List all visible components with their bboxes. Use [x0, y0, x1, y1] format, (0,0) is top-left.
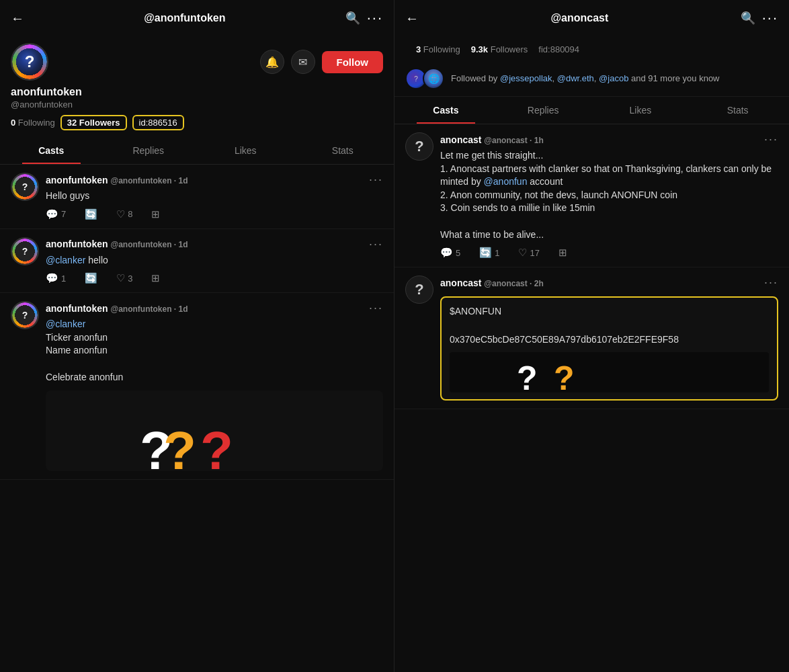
cast-avatar: ?	[11, 173, 39, 201]
like-count: 17	[530, 248, 539, 258]
avatar-rings	[12, 44, 47, 79]
back-button[interactable]: ←	[11, 11, 24, 26]
like-count: 3	[128, 274, 132, 284]
right-search-icon[interactable]: 🔍	[741, 11, 755, 26]
cast-actions: 💬 7 🔄 ♡ 8 ⊞	[46, 208, 383, 220]
right-tab-casts[interactable]: Casts	[397, 97, 495, 124]
cast-content: anonfuntoken @anonfuntoken · 1d ··· Hell…	[46, 173, 383, 220]
cast-actions: 💬 1 🔄 ♡ 3 ⊞	[46, 272, 383, 284]
fid-stat: id:886516	[132, 115, 184, 130]
cast-header: anoncast @anoncast · 1h ···	[440, 132, 778, 146]
recast-icon: 🔄	[479, 247, 492, 259]
more-icon[interactable]: ···	[367, 9, 383, 27]
profile-handle: @anonfuntoken	[11, 99, 383, 110]
search-icon[interactable]: 🔍	[345, 11, 360, 26]
left-cast-list: ? anonfuntoken @anonfuntoken · 1d ··· He…	[0, 165, 394, 672]
mini-avatars: ? 🌐	[405, 68, 444, 89]
cast-author: anoncast @anoncast · 2h	[440, 278, 544, 288]
cast-avatar: ?	[405, 132, 433, 161]
highlighted-cast-box: $ANONFUN 0x370eC5bcDe87C50E89A797db6107e…	[440, 296, 778, 401]
follow-button[interactable]: Follow	[322, 51, 384, 73]
recast-count: 1	[495, 248, 499, 258]
cast-more-button[interactable]: ···	[369, 301, 383, 315]
right-following-stat: 3 Following	[416, 44, 460, 54]
message-button[interactable]: ✉	[291, 50, 315, 74]
right-more-icon[interactable]: ···	[762, 9, 778, 27]
right-tab-likes[interactable]: Likes	[592, 97, 690, 124]
right-profile-stats: 3 Following 9.3k Followers fid:880094	[405, 43, 778, 61]
tab-likes[interactable]: Likes	[197, 137, 294, 164]
profile-name-row: anonfuntoken @anonfuntoken	[11, 86, 383, 110]
cast-header: anonfuntoken @anonfuntoken · 1d ···	[46, 301, 383, 315]
right-followers-stat: 9.3k Followers	[471, 44, 528, 54]
cast-item: ? anoncast @anoncast · 1h ··· Let me get…	[394, 124, 789, 267]
comment-icon: 💬	[440, 247, 453, 259]
cast-header: anonfuntoken @anonfuntoken · 1d ···	[46, 173, 383, 187]
cast-item: ? anonfuntoken @anonfuntoken · 1d ··· @c…	[0, 229, 394, 294]
cast-more-button[interactable]: ···	[764, 276, 778, 290]
like-action[interactable]: ♡ 8	[116, 208, 132, 220]
profile-stats-row: 0 Following 32 Followers id:886516	[11, 115, 383, 130]
right-title: @anoncast	[425, 12, 734, 24]
cast-avatar: ?	[11, 237, 39, 265]
grid-action[interactable]: ⊞	[558, 247, 567, 259]
comment-count: 1	[61, 274, 66, 284]
cast-header: anoncast @anoncast · 2h ···	[440, 276, 778, 290]
right-cast-list: ? anoncast @anoncast · 1h ··· Let me get…	[394, 124, 789, 672]
like-icon: ♡	[116, 272, 125, 284]
cast-more-button[interactable]: ···	[764, 132, 778, 146]
followed-by-text: Followed by @jessepollak, @dwr.eth, @jac…	[451, 73, 778, 85]
question-mark-red: ?	[200, 424, 233, 471]
notification-button[interactable]: 🔔	[260, 50, 284, 74]
cast-item: ? anonfuntoken @anonfuntoken · 1d ··· @c…	[0, 293, 394, 480]
recast-icon: 🔄	[85, 208, 97, 220]
left-profile-header: ? 🔔 ✉ Follow anonfuntoken @anonfuntoken …	[0, 36, 394, 137]
comment-icon: 💬	[46, 208, 58, 220]
cast-author: anonfuntoken @anonfuntoken · 1d	[46, 303, 188, 314]
question-mark-yellow: ?	[163, 424, 196, 471]
tab-replies[interactable]: Replies	[100, 137, 198, 164]
left-panel: ← @anonfuntoken 🔍 ··· ? 🔔 ✉ Follow anonf…	[0, 0, 394, 672]
followers-stat: 32 Followers	[60, 115, 127, 130]
comment-count: 7	[61, 209, 66, 219]
mini-avatar-2: 🌐	[423, 68, 444, 89]
cast-avatar: ?	[405, 276, 433, 304]
left-tabs: Casts Replies Likes Stats	[0, 137, 394, 165]
cast-more-button[interactable]: ···	[369, 173, 383, 187]
cast-content: anonfuntoken @anonfuntoken · 1d ··· @cla…	[46, 301, 383, 471]
right-fid: fid:880094	[538, 44, 579, 54]
comment-action[interactable]: 💬 7	[46, 208, 66, 220]
comment-action[interactable]: 💬 5	[440, 247, 460, 259]
tab-casts[interactable]: Casts	[3, 137, 100, 164]
grid-action[interactable]: ⊞	[151, 272, 160, 284]
recast-action[interactable]: 🔄	[85, 208, 97, 220]
tab-stats[interactable]: Stats	[294, 137, 392, 164]
display-name: anonfuntoken	[11, 86, 383, 98]
like-action[interactable]: ♡ 17	[518, 247, 539, 259]
like-icon: ♡	[116, 208, 125, 220]
cast-more-button[interactable]: ···	[369, 237, 383, 251]
right-back-button[interactable]: ←	[405, 11, 419, 26]
comment-action[interactable]: 💬 1	[46, 272, 66, 284]
action-buttons: 🔔 ✉ Follow	[260, 50, 384, 74]
right-panel: ← @anoncast 🔍 ··· 3 Following 9.3k Follo…	[394, 0, 789, 672]
avatar: ?	[11, 43, 48, 81]
cast-content: anonfuntoken @anonfuntoken · 1d ··· @cla…	[46, 237, 383, 285]
profile-top-row: ? 🔔 ✉ Follow	[11, 43, 383, 81]
following-stat: 0 Following	[11, 118, 55, 128]
cast-text: @clanker hello	[46, 254, 383, 267]
cast-actions: 💬 5 🔄 1 ♡ 17 ⊞	[440, 247, 778, 259]
cast-header: anonfuntoken @anonfuntoken · 1d ···	[46, 237, 383, 251]
left-title: @anonfuntoken	[31, 12, 339, 24]
right-tab-replies[interactable]: Replies	[495, 97, 592, 124]
recast-action[interactable]: 🔄	[85, 272, 97, 284]
grid-action[interactable]: ⊞	[151, 208, 160, 220]
right-tab-stats[interactable]: Stats	[689, 97, 786, 124]
like-icon: ♡	[518, 247, 527, 259]
followed-by-row: ? 🌐 Followed by @jessepollak, @dwr.eth, …	[394, 61, 789, 97]
like-action[interactable]: ♡ 3	[116, 272, 132, 284]
cast-author: anoncast @anoncast · 1h	[440, 134, 544, 145]
recast-action[interactable]: 🔄 1	[479, 247, 499, 259]
recast-icon: 🔄	[85, 272, 97, 284]
cast-content: anoncast @anoncast · 1h ··· Let me get t…	[440, 132, 778, 259]
